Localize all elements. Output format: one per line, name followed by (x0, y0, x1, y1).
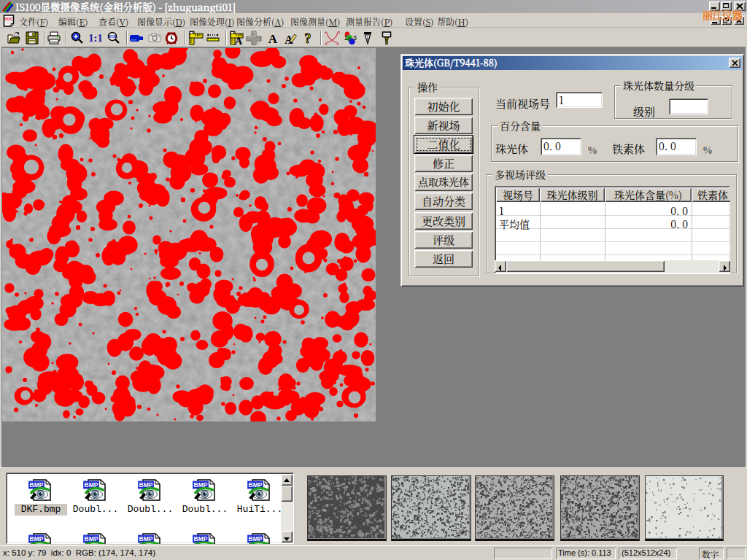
svg-text:A: A (235, 36, 243, 45)
svg-text:e: e (348, 35, 352, 42)
svg-text:?: ? (305, 31, 311, 44)
svg-text:A: A (268, 32, 278, 44)
svg-text:DOC: DOC (4, 17, 13, 21)
svg-text:1:1: 1:1 (88, 32, 102, 44)
svg-text:3: 3 (353, 34, 357, 42)
